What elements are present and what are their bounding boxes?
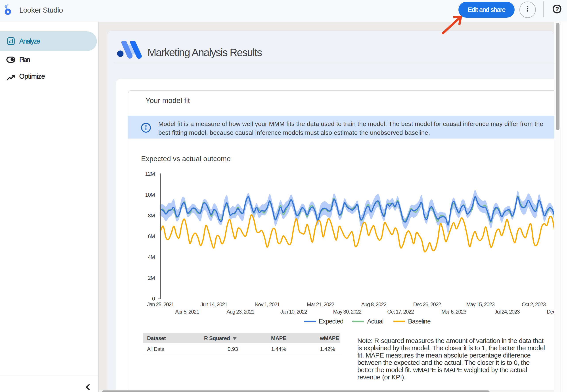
svg-text:Mar 6, 2023: Mar 6, 2023	[441, 309, 466, 315]
svg-text:10M: 10M	[145, 192, 155, 198]
svg-text:Oct 2, 2023: Oct 2, 2023	[522, 301, 546, 307]
svg-text:Jan 10, 2022: Jan 10, 2022	[280, 309, 307, 315]
svg-text:Jun 14, 2021: Jun 14, 2021	[201, 301, 228, 307]
svg-text:Dec 11, 2023: Dec 11, 2023	[547, 309, 554, 315]
svg-text:Nov 1, 2021: Nov 1, 2021	[255, 301, 280, 307]
svg-text:4M: 4M	[148, 254, 155, 260]
svg-text:Actual: Actual	[367, 318, 383, 325]
svg-text:Mar 21, 2022: Mar 21, 2022	[307, 301, 334, 307]
svg-text:Oct 17, 2022: Oct 17, 2022	[387, 309, 414, 315]
svg-text:?: ?	[555, 5, 559, 13]
svg-text:May 15, 2023: May 15, 2023	[466, 301, 495, 307]
svg-text:Dec 26, 2022: Dec 26, 2022	[413, 301, 441, 307]
svg-text:Aug 23, 2021: Aug 23, 2021	[227, 309, 255, 315]
svg-text:May 30, 2022: May 30, 2022	[333, 309, 362, 315]
svg-text:12M: 12M	[145, 171, 155, 177]
svg-text:0: 0	[152, 296, 155, 302]
svg-text:6M: 6M	[148, 233, 155, 239]
svg-text:2M: 2M	[148, 275, 155, 281]
svg-text:Apr 5, 2021: Apr 5, 2021	[175, 309, 199, 315]
svg-text:Expected: Expected	[319, 318, 343, 325]
svg-text:Aug 8, 2022: Aug 8, 2022	[361, 301, 387, 307]
svg-text:8M: 8M	[148, 212, 155, 219]
svg-text:Jul 24, 2023: Jul 24, 2023	[495, 309, 520, 315]
svg-text:Baseline: Baseline	[408, 318, 431, 325]
svg-text:Jan 25, 2021: Jan 25, 2021	[147, 301, 174, 307]
